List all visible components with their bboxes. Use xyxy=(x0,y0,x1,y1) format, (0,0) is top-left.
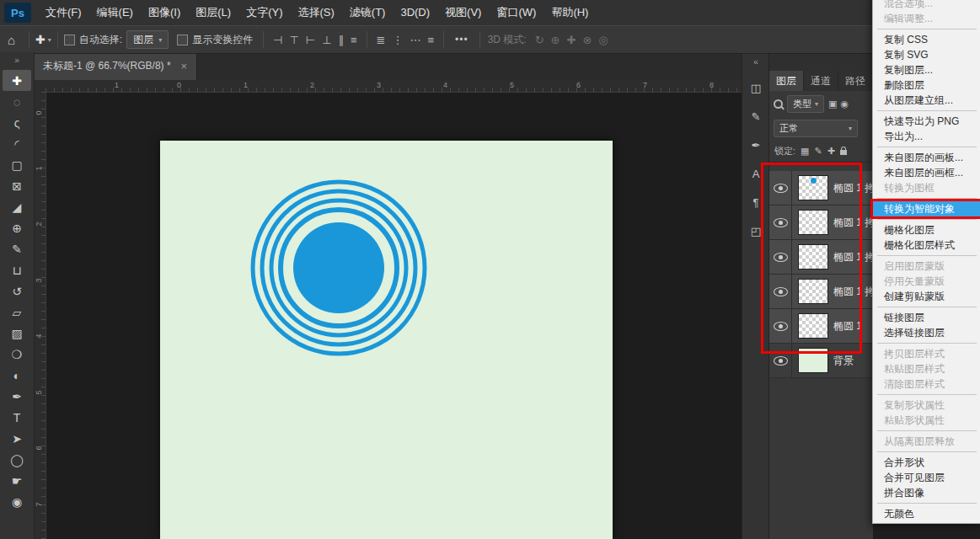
visibility-toggle[interactable] xyxy=(769,171,792,205)
context-menu-item-20[interactable]: 栅格化图层样式 xyxy=(873,237,980,253)
context-menu-item-19[interactable]: 栅格化图层 xyxy=(873,222,980,237)
lock-position-icon[interactable]: ✚ xyxy=(827,146,835,157)
menu-item-3[interactable]: 图像(I) xyxy=(141,0,188,25)
3d-slide-icon[interactable]: ⊗ xyxy=(582,34,592,46)
distribute-vertical-icon[interactable]: ⋮ xyxy=(392,34,403,46)
gradient-tool[interactable]: ▨ xyxy=(3,323,31,344)
visibility-toggle[interactable] xyxy=(769,309,792,343)
align-right-icon[interactable]: ⊢ xyxy=(306,34,315,46)
menu-item-11[interactable]: 帮助(H) xyxy=(544,0,596,25)
context-menu-item-8[interactable]: 从图层建立组... xyxy=(873,93,980,108)
context-menu-item-38[interactable]: 合并形状 xyxy=(873,455,980,470)
zoom-tool[interactable]: ◉ xyxy=(3,491,31,512)
layer-row-6[interactable]: 背景 xyxy=(769,344,873,378)
brush-tool[interactable]: ✎ xyxy=(3,238,31,259)
pen-panel-icon[interactable]: ✒ xyxy=(745,135,767,155)
hand-tool[interactable]: ☛ xyxy=(3,470,31,491)
context-menu-item-7[interactable]: 删除图层 xyxy=(873,77,980,93)
show-transform-checkbox[interactable] xyxy=(177,35,188,45)
home-icon[interactable]: ⌂ xyxy=(8,33,15,47)
menu-item-10[interactable]: 窗口(W) xyxy=(489,0,544,25)
distribute-horizontal-icon[interactable]: ⋯ xyxy=(410,34,420,46)
align-center-v-icon[interactable]: ∥ xyxy=(338,34,344,46)
expand-panels-icon[interactable]: « xyxy=(753,57,758,67)
collapse-toolbar-icon[interactable]: » xyxy=(14,56,19,65)
align-left-icon[interactable]: ⊣ xyxy=(273,34,282,46)
align-center-h-icon[interactable]: ⊤ xyxy=(290,34,299,46)
character-panel-icon[interactable]: A xyxy=(745,163,767,184)
layer-row-4[interactable]: 椭圆 1 拷 xyxy=(769,275,873,309)
3d-panel-icon[interactable]: ◰ xyxy=(745,221,767,241)
menu-item-4[interactable]: 图层(L) xyxy=(188,0,238,25)
filter-kind-icon[interactable]: ▣ xyxy=(828,99,837,109)
visibility-toggle[interactable] xyxy=(769,275,792,308)
context-menu-item-4[interactable]: 复制 CSS xyxy=(873,32,980,47)
move-tool-preset[interactable]: ✚ ▾ xyxy=(35,33,51,46)
quick-selection-tool[interactable]: ◜ xyxy=(3,133,31,154)
menu-item-8[interactable]: 3D(D) xyxy=(393,0,437,25)
filter-effect-icon[interactable]: ◉ xyxy=(840,99,849,109)
move-tool[interactable]: ✚ xyxy=(3,70,31,91)
menu-item-7[interactable]: 滤镜(T) xyxy=(342,0,394,25)
3d-rotate-icon[interactable]: ↻ xyxy=(535,34,544,46)
menu-item-9[interactable]: 视图(V) xyxy=(437,0,489,25)
distribute-top-icon[interactable]: ≣ xyxy=(377,34,386,46)
context-menu-item-10[interactable]: 快速导出为 PNG xyxy=(873,114,980,129)
lock-pixels-icon[interactable]: ✎ xyxy=(814,146,822,157)
frame-tool[interactable]: ⊠ xyxy=(3,175,31,196)
context-menu-item-26[interactable]: 链接图层 xyxy=(873,310,980,325)
artboard-panel-icon[interactable]: ◫ xyxy=(745,77,767,98)
auto-select-dropdown[interactable]: 图层▾ xyxy=(126,30,169,49)
tab-paths[interactable]: 路径 xyxy=(838,71,873,91)
canvas-area[interactable]: 1012345678 01234567 xyxy=(34,80,742,539)
context-menu-item-39[interactable]: 合并可见图层 xyxy=(873,470,980,485)
pen-tool[interactable]: ✒ xyxy=(3,386,31,407)
layer-row-5[interactable]: 椭圆 1 xyxy=(769,309,873,344)
context-menu-item-17[interactable]: 转换为智能对象 xyxy=(873,201,980,216)
3d-roll-icon[interactable]: ⊕ xyxy=(551,34,560,46)
context-menu-item-40[interactable]: 拼合图像 xyxy=(873,485,980,500)
eyedropper-tool[interactable]: ◢ xyxy=(3,196,31,217)
context-menu-item-24[interactable]: 创建剪贴蒙版 xyxy=(873,289,980,304)
context-menu-item-6[interactable]: 复制图层... xyxy=(873,62,980,77)
3d-pan-icon[interactable]: ✚ xyxy=(567,34,576,46)
distribute-bottom-icon[interactable]: ≡ xyxy=(427,34,434,46)
document-tab[interactable]: 未标题-1 @ 66.7%(RGB/8) * × xyxy=(34,52,197,80)
context-menu-item-5[interactable]: 复制 SVG xyxy=(873,47,980,62)
context-menu-item-11[interactable]: 导出为... xyxy=(873,129,980,144)
tab-layers[interactable]: 图层 xyxy=(769,71,804,91)
visibility-toggle[interactable] xyxy=(769,344,792,377)
align-bottom-icon[interactable]: ≡ xyxy=(351,34,357,46)
visibility-toggle[interactable] xyxy=(769,240,792,274)
auto-select-checkbox[interactable] xyxy=(64,35,75,45)
filter-type-dropdown[interactable]: 类型 ▾ xyxy=(787,95,824,113)
blend-mode-dropdown[interactable]: 正常 ▾ xyxy=(774,120,858,137)
shape-tool[interactable]: ◯ xyxy=(3,449,31,470)
context-menu-item-42[interactable]: 无颜色 xyxy=(873,506,980,521)
lock-transparent-icon[interactable]: ▦ xyxy=(801,146,809,157)
crop-tool[interactable]: ▢ xyxy=(3,154,31,175)
clone-stamp-tool[interactable]: ⊔ xyxy=(3,259,31,280)
marquee-tool[interactable]: ◌ xyxy=(3,91,31,112)
context-menu-item-14[interactable]: 来自图层的画框... xyxy=(873,165,980,180)
close-icon[interactable]: × xyxy=(181,60,188,72)
tab-channels[interactable]: 通道 xyxy=(804,71,838,91)
paragraph-panel-icon[interactable]: ¶ xyxy=(745,192,767,212)
layer-row-3[interactable]: 椭圆 1 拷 xyxy=(769,240,873,275)
more-options-button[interactable]: ••• xyxy=(455,34,469,45)
dodge-tool[interactable]: ◐ xyxy=(3,365,31,386)
menu-item-5[interactable]: 文字(Y) xyxy=(238,0,290,25)
layer-row-1[interactable]: 椭圆 1 拷 xyxy=(769,171,873,205)
context-menu-item-13[interactable]: 来自图层的画板... xyxy=(873,150,980,165)
lasso-tool[interactable]: ς xyxy=(3,112,31,133)
eraser-tool[interactable]: ▱ xyxy=(3,302,31,323)
visibility-toggle[interactable] xyxy=(769,205,792,239)
align-top-icon[interactable]: ⊥ xyxy=(322,34,331,46)
layer-row-2[interactable]: 椭圆 1 拷 xyxy=(769,205,873,240)
brush-panel-icon[interactable]: ✎ xyxy=(745,106,767,126)
history-brush-tool[interactable]: ↺ xyxy=(3,280,31,302)
healing-brush-tool[interactable]: ⊕ xyxy=(3,217,31,238)
lock-all-icon[interactable] xyxy=(840,150,847,155)
path-selection-tool[interactable]: ➤ xyxy=(3,428,31,449)
menu-item-6[interactable]: 选择(S) xyxy=(290,0,341,25)
